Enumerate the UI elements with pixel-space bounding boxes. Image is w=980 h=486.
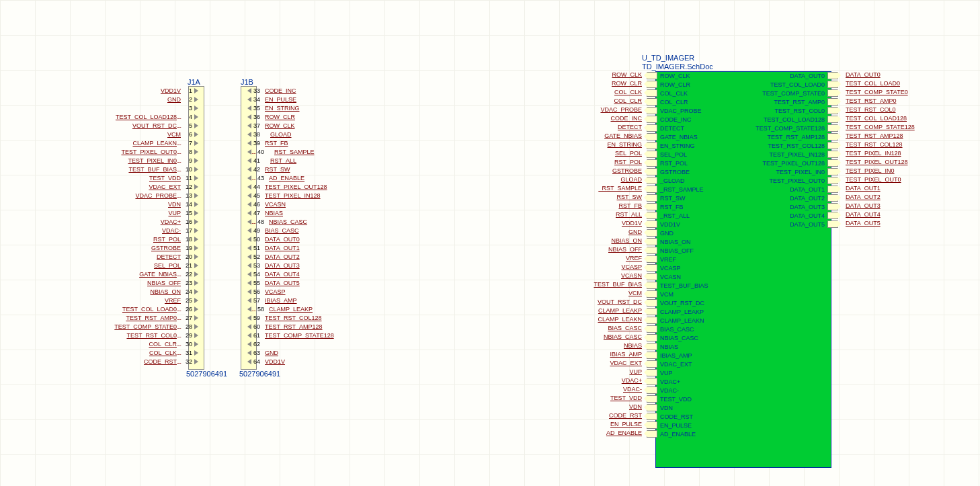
schematic-canvas: J1A 5027906491 VDD1V1GND23TEST_COL_LOAD1… [0, 0, 980, 486]
net-GATE_NBIAS: GATE_NBIAS [571, 132, 642, 141]
pin-j1b-58: ....58CLAMP_LEAKP [247, 305, 415, 313]
pin-j1a-21: SEL_POL21 [54, 261, 198, 270]
pin-j1a-8: TEST_PIXEL_OUT0....8 [54, 147, 198, 156]
net-TEST_COMP_STATE0: TEST_COMP_STATE0 [846, 89, 953, 97]
net-RST_FB: RST_FB [571, 202, 642, 211]
pin-j1b-38: 38GLOAD [247, 130, 415, 138]
port-VOUT_RST_DC: VOUT_RST_DC [647, 298, 711, 307]
net-VDAC_EXT: VDAC_EXT [571, 360, 642, 368]
port-ROW_CLK: ROW_CLK [647, 71, 711, 80]
port-NBIAS_OFF: NBIAS_OFF [647, 246, 711, 255]
net-IBIAS_AMP: IBIAS_AMP [571, 351, 642, 360]
pin-j1a-27: TEST_RST_AMP0....27 [54, 313, 198, 322]
pin-j1b-41: 41RST_ALL [247, 156, 415, 165]
net-DATA_OUT1: DATA_OUT1 [846, 185, 953, 194]
pin-j1a-32: CODE_RST....32 [54, 357, 198, 366]
sheet-title: U_TD_IMAGER [642, 54, 694, 62]
pin-j1a-11: TEST_VDD11 [54, 173, 198, 182]
pin-j1b-33: 33CODE_INC [247, 86, 415, 95]
port-TEST_PIXEL_OUT128: TEST_PIXEL_OUT128 [736, 159, 838, 167]
net-DATA_OUT0: DATA_OUT0 [846, 71, 953, 80]
pin-j1a-26: TEST_COL_LOAD0....26 [54, 305, 198, 313]
net-DATA_OUT2: DATA_OUT2 [846, 194, 953, 202]
port-VDD1V: VDD1V [647, 220, 711, 229]
j1b-designator: J1B [241, 78, 253, 86]
net-DETECT: DETECT [571, 124, 642, 132]
pin-j1b-54: 54DATA_OUT4 [247, 270, 415, 278]
net-VREF: VREF [571, 255, 642, 264]
net-COL_CLR: COL_CLR [571, 97, 642, 106]
pin-j1b-60: 60TEST_RST_AMP128 [247, 322, 415, 331]
net-VDD1V: VDD1V [571, 220, 642, 229]
net-VCASN: VCASN [571, 272, 642, 281]
port-GND: GND [647, 229, 711, 237]
pin-j1a-6: VCM6 [54, 130, 198, 138]
port-RST_SW: RST_SW [647, 194, 711, 202]
port-VDAC_PROBE: VDAC_PROBE [647, 106, 711, 115]
port-RST_POL: RST_POL [647, 159, 711, 167]
pin-j1b-50: 50DATA_OUT0 [247, 235, 415, 243]
net-GND: GND [571, 229, 642, 237]
port-CLAMP_LEAKN: CLAMP_LEAKN [647, 316, 711, 325]
net-VCASP: VCASP [571, 264, 642, 272]
sheet-right-ports: DATA_OUT0TEST_COL_LOAD0TEST_COMP_STATE0T… [736, 71, 838, 229]
pin-j1a-28: TEST_COMP_STATE0....28 [54, 322, 198, 331]
pin-j1b-42: 42RST_SW [247, 165, 415, 173]
port-TEST_PIXEL_IN128: TEST_PIXEL_IN128 [736, 150, 838, 159]
port-CODE_INC: CODE_INC [647, 115, 711, 124]
pin-j1a-23: NBIAS_OFF23 [54, 278, 198, 287]
port-NBIAS_ON: NBIAS_ON [647, 237, 711, 246]
port-CLAMP_LEAKP: CLAMP_LEAKP [647, 307, 711, 316]
port-VDN: VDN [647, 403, 711, 412]
j1a-part: 5027906491 [186, 370, 227, 378]
port-VDAC-: VDAC- [647, 386, 711, 395]
net-AD_ENABLE: AD_ENABLE [571, 430, 642, 438]
net-RST_SW: RST_SW [571, 194, 642, 202]
net-NBIAS: NBIAS [571, 342, 642, 351]
pin-j1b-40: ....40RST_SAMPLE [247, 147, 415, 156]
net-TEST_RST_COL128: TEST_RST_COL128 [846, 141, 953, 150]
port-TEST_RST_AMP0: TEST_RST_AMP0 [736, 97, 838, 106]
pin-j1b-34: 34EN_PULSE [247, 95, 415, 104]
port-DATA_OUT3: DATA_OUT3 [736, 202, 838, 211]
net-GSTROBE: GSTROBE [571, 167, 642, 176]
pin-j1a-22: GATE_NBIAS....22 [54, 270, 198, 278]
pin-j1a-9: TEST_PIXEL_IN0....9 [54, 156, 198, 165]
pin-j1a-29: TEST_RST_COL0....29 [54, 331, 198, 339]
pin-j1b-45: 45TEST_PIXEL_IN128 [247, 191, 415, 200]
net-DATA_OUT3: DATA_OUT3 [846, 202, 953, 211]
pin-j1a-24: NBIAS_ON24 [54, 287, 198, 296]
net-BIAS_CASC: BIAS_CASC [571, 325, 642, 333]
pin-j1b-35: 35EN_STRING [247, 104, 415, 112]
port-EN_STRING: EN_STRING [647, 141, 711, 150]
net-VDAC_PROBE: VDAC_PROBE [571, 106, 642, 115]
pin-j1a-1: VDD1V1 [54, 86, 198, 95]
net-TEST_COL_LOAD128: TEST_COL_LOAD128 [846, 115, 953, 124]
pin-j1b-64: 64VDD1V [247, 357, 415, 366]
net-RST_POL: RST_POL [571, 159, 642, 167]
port-TEST_BUF_BIAS: TEST_BUF_BIAS [647, 281, 711, 290]
pin-j1b-56: 56VCASP [247, 287, 415, 296]
net-CODE_INC: CODE_INC [571, 115, 642, 124]
port-_GLOAD: _GLOAD [647, 176, 711, 185]
pin-j1b-59: 59TEST_RST_COL128 [247, 313, 415, 322]
net-TEST_RST_AMP128: TEST_RST_AMP128 [846, 132, 953, 141]
net-GLOAD: GLOAD [571, 176, 642, 185]
port-GSTROBE: GSTROBE [647, 167, 711, 176]
sheet-right-nets: DATA_OUT0TEST_COL_LOAD0TEST_COMP_STATE0T… [846, 71, 953, 229]
net-VOUT_RST_DC: VOUT_RST_DC [571, 298, 642, 307]
net-VDAC-: VDAC- [571, 386, 642, 395]
pin-j1a-12: VDAC_EXT12 [54, 182, 198, 191]
net-TEST_COMP_STATE128: TEST_COMP_STATE128 [846, 124, 953, 132]
port-TEST_PIXEL_OUT0: TEST_PIXEL_OUT0 [736, 176, 838, 185]
pin-j1b-53: 53DATA_OUT3 [247, 261, 415, 270]
pin-j1b-62: 62 [247, 339, 415, 348]
net-ROW_CLK: ROW_CLK [571, 71, 642, 80]
port-TEST_VDD: TEST_VDD [647, 395, 711, 403]
port-AD_ENABLE: AD_ENABLE [647, 430, 711, 438]
port-NBIAS: NBIAS [647, 342, 711, 351]
port-COL_CLK: COL_CLK [647, 89, 711, 97]
net-TEST_PIXEL_IN128: TEST_PIXEL_IN128 [846, 150, 953, 159]
port-DATA_OUT2: DATA_OUT2 [736, 194, 838, 202]
pin-j1b-36: 36ROW_CLR [247, 112, 415, 121]
